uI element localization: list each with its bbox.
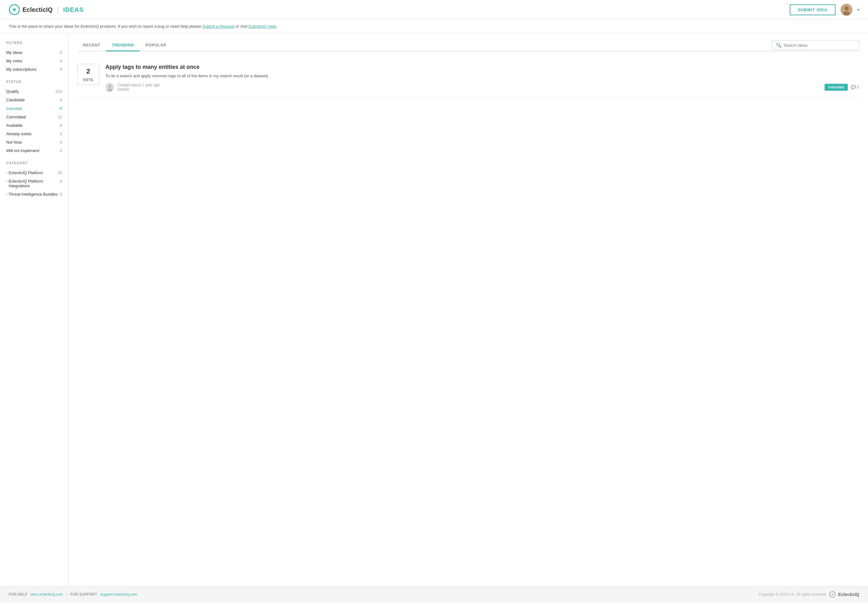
banner-text: This is the place to share your ideas fo… xyxy=(9,24,201,29)
logo: EclecticIQ | IDEAS xyxy=(9,4,84,15)
logo-ideas: IDEAS xyxy=(63,6,84,13)
vote-count: 2 xyxy=(86,67,90,75)
sidebar-status-already-exists[interactable]: Already exists 3 xyxy=(6,130,62,138)
sidebar-status-intended[interactable]: Intended × xyxy=(6,104,62,113)
docs-link[interactable]: docs.eclecticiq.com xyxy=(31,592,63,596)
vote-box: 2 VOTE xyxy=(77,64,99,85)
footer-right: Copyright © 2018 CA. All rights reserved… xyxy=(759,591,859,598)
svg-point-5 xyxy=(108,85,111,88)
idea-body: Apply tags to many entities at once To d… xyxy=(105,64,859,92)
idea-description: To do a search and apply common tags to … xyxy=(105,73,859,79)
sidebar-status-candidate[interactable]: Candidate 4 xyxy=(6,96,62,104)
header: EclecticIQ | IDEAS SUBMIT IDEA ▾ xyxy=(0,0,868,20)
logo-divider: | xyxy=(57,6,59,14)
sidebar-category-bundles[interactable]: › Threat Intelligence Bundles 0 xyxy=(6,190,62,198)
category-section-title: CATEGORY xyxy=(6,161,62,165)
idea-title[interactable]: Apply tags to many entities at once xyxy=(105,64,859,70)
sidebar-item-my-subscriptions[interactable]: My subscriptions 0 xyxy=(6,65,62,73)
idea-meta: Created about 1 year ago Search Intended… xyxy=(105,83,859,92)
user-menu-chevron-icon[interactable]: ▾ xyxy=(857,8,859,12)
status-section-title: STATUS xyxy=(6,80,62,83)
copyright-text: Copyright © 2018 CA. All rights reserved… xyxy=(759,592,827,596)
chevron-right-icon: › xyxy=(6,192,8,196)
tab-popular[interactable]: POPULAR xyxy=(140,39,172,52)
footer: FOR HELP docs.eclecticiq.com | FOR SUPPO… xyxy=(0,586,868,603)
sidebar-category-integrations[interactable]: › EclecticIQ Platform Integrations 8 xyxy=(6,177,62,190)
info-banner: This is the place to share your ideas fo… xyxy=(0,20,868,33)
logo-name: EclecticIQ xyxy=(22,6,53,13)
submit-idea-button[interactable]: SUBMIT IDEA xyxy=(790,5,836,15)
sidebar-status-available[interactable]: Available 8 xyxy=(6,121,62,130)
tab-recent[interactable]: RECENT xyxy=(77,39,106,52)
category-label: EclecticIQ Platform xyxy=(9,170,43,175)
for-help-label: FOR HELP xyxy=(9,592,27,596)
footer-divider: | xyxy=(66,592,67,596)
idea-created-date: Created about 1 year ago xyxy=(117,83,160,87)
logo-icon xyxy=(9,4,20,15)
comment-icon: 💬 xyxy=(851,85,856,89)
idea-author-avatar xyxy=(105,83,114,92)
comment-number: 0 xyxy=(857,85,859,89)
tabs-left: RECENT TRENDING POPULAR xyxy=(77,39,172,51)
eclecticiq-help-link[interactable]: EclecticIQ Help xyxy=(249,24,276,29)
idea-category: Search xyxy=(117,87,160,92)
header-right: SUBMIT IDEA ▾ xyxy=(790,4,860,16)
sidebar-status-will-not-implement[interactable]: Will not implement 0 xyxy=(6,147,62,155)
vote-button[interactable]: VOTE xyxy=(83,78,94,82)
search-box[interactable]: 🔍 xyxy=(772,41,859,50)
tabs-bar: RECENT TRENDING POPULAR 🔍 xyxy=(77,39,859,52)
footer-logo-text: EclecticIQ xyxy=(838,592,859,597)
support-link[interactable]: support.eclecticiq.com xyxy=(100,592,138,596)
banner-text3: . xyxy=(276,24,277,29)
main-layout: FILTERS My ideas 0 My votes 0 My subscri… xyxy=(0,33,868,586)
sidebar: FILTERS My ideas 0 My votes 0 My subscri… xyxy=(0,33,69,586)
footer-logo-icon xyxy=(829,591,835,598)
sidebar-category-platform[interactable]: › EclecticIQ Platform 25 xyxy=(6,169,62,177)
filters-section-title: FILTERS xyxy=(6,41,62,45)
footer-left: FOR HELP docs.eclecticiq.com | FOR SUPPO… xyxy=(9,592,137,596)
search-input[interactable] xyxy=(784,43,855,48)
chevron-right-icon: › xyxy=(6,179,8,183)
category-label: Threat Intelligence Bundles xyxy=(9,192,58,197)
sidebar-item-my-ideas[interactable]: My ideas 0 xyxy=(6,48,62,57)
banner-text2: or visit xyxy=(236,24,247,29)
comment-count: 💬 0 xyxy=(851,85,859,89)
idea-card: 2 VOTE Apply tags to many entities at on… xyxy=(77,58,859,98)
submit-request-link[interactable]: Submit a Request xyxy=(202,24,235,29)
search-icon: 🔍 xyxy=(776,43,781,48)
sidebar-status-qualify[interactable]: Qualify 103 xyxy=(6,87,62,96)
status-badge: Intended xyxy=(825,84,848,91)
for-support-label: FOR SUPPORT xyxy=(70,592,97,596)
sidebar-item-my-votes[interactable]: My votes 0 xyxy=(6,57,62,65)
sidebar-status-committed[interactable]: Committed 12 xyxy=(6,113,62,121)
avatar[interactable] xyxy=(841,4,852,16)
content: RECENT TRENDING POPULAR 🔍 2 VOTE Apply t… xyxy=(69,33,868,586)
chevron-right-icon: › xyxy=(6,171,8,175)
sidebar-status-not-now[interactable]: Not Now 8 xyxy=(6,138,62,147)
category-label: EclecticIQ Platform Integrations xyxy=(9,179,60,188)
tab-trending[interactable]: TRENDING xyxy=(106,39,140,52)
svg-point-2 xyxy=(844,6,849,11)
